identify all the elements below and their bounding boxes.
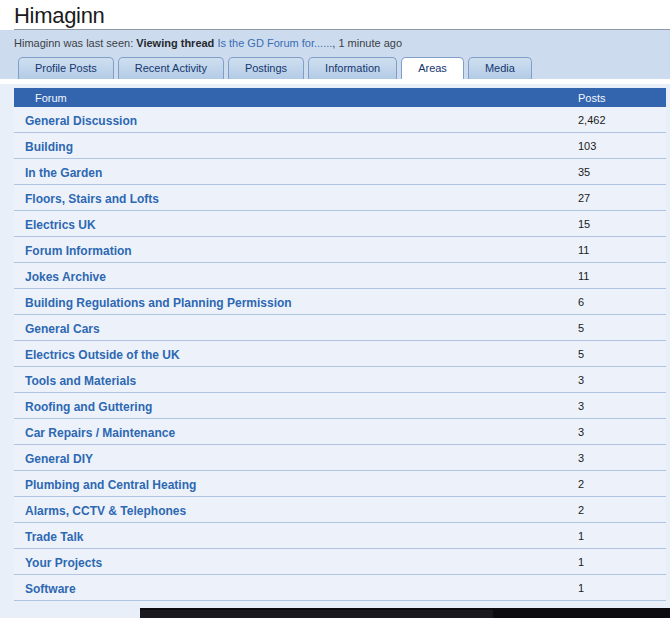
post-count: 35 [578,166,666,178]
last-seen-label: Himaginn was last seen: [14,37,133,49]
forum-link[interactable]: Jokes Archive [25,270,106,284]
post-count: 3 [578,374,666,386]
post-count: 15 [578,218,666,230]
post-count: 2 [578,478,666,490]
column-header-posts: Posts [578,92,666,104]
table-row: General Discussion 2,462 [14,107,666,133]
areas-tab-content: Forum Posts General Discussion 2,462 Bui… [0,84,670,601]
table-row: General Cars 5 [14,315,666,341]
forum-link[interactable]: Your Projects [25,556,102,570]
tab-label: Areas [418,62,447,74]
last-seen-time: , 1 minute ago [332,37,402,49]
table-row: Software 1 [14,575,666,601]
forum-link[interactable]: Floors, Stairs and Lofts [25,192,159,206]
table-row: Alarms, CCTV & Telephones 2 [14,497,666,523]
post-count: 5 [578,322,666,334]
forum-link[interactable]: Software [25,582,76,596]
table-row: Jokes Archive 11 [14,263,666,289]
tab-areas[interactable]: Areas [401,57,464,79]
forum-link[interactable]: Electrics UK [25,218,96,232]
table-row: General DIY 3 [14,445,666,471]
post-count: 2,462 [578,114,666,126]
forum-link[interactable]: Alarms, CCTV & Telephones [25,504,186,518]
table-row: Building Regulations and Planning Permis… [14,289,666,315]
forum-link[interactable]: Tools and Materials [25,374,136,388]
tab-profile-posts[interactable]: Profile Posts [18,57,114,79]
post-count: 27 [578,192,666,204]
table-row: In the Garden 35 [14,159,666,185]
profile-header: Himaginn [0,0,670,30]
post-count: 11 [578,270,666,282]
forum-link[interactable]: Car Repairs / Maintenance [25,426,175,440]
forum-link[interactable]: Building Regulations and Planning Permis… [25,296,292,310]
forum-link[interactable]: Roofing and Guttering [25,400,152,414]
forum-link[interactable]: In the Garden [25,166,102,180]
table-body: General Discussion 2,462 Building 103 In… [14,107,666,601]
header-divider [14,29,670,30]
tab-label: Recent Activity [135,62,207,74]
last-seen-bar: Himaginn was last seen: Viewing thread I… [0,30,670,56]
post-count: 11 [578,244,666,256]
tab-postings[interactable]: Postings [228,57,304,79]
table-row: Electrics UK 15 [14,211,666,237]
tab-information[interactable]: Information [308,57,397,79]
cropped-black-bar-segment [493,610,670,618]
table-row: Car Repairs / Maintenance 3 [14,419,666,445]
cropped-black-bar [140,608,670,618]
forum-link[interactable]: General Discussion [25,114,137,128]
forum-link[interactable]: Plumbing and Central Heating [25,478,196,492]
forum-link[interactable]: Trade Talk [25,530,83,544]
forum-link[interactable]: General DIY [25,452,93,466]
table-row: Trade Talk 1 [14,523,666,549]
post-count: 3 [578,426,666,438]
table-row: Floors, Stairs and Lofts 27 [14,185,666,211]
page-title: Himaginn [14,3,105,29]
table-row: Plumbing and Central Heating 2 [14,471,666,497]
tab-label: Information [325,62,380,74]
post-count: 3 [578,400,666,412]
post-count: 3 [578,452,666,464]
table-row: Roofing and Guttering 3 [14,393,666,419]
table-row: Building 103 [14,133,666,159]
post-count: 5 [578,348,666,360]
thread-link[interactable]: Is the GD Forum for...... [217,37,332,49]
table-row: Electrics Outside of the UK 5 [14,341,666,367]
forum-link[interactable]: Building [25,140,73,154]
table-row: Your Projects 1 [14,549,666,575]
tab-label: Postings [245,62,287,74]
column-header-forum: Forum [14,92,578,104]
last-seen-action: Viewing thread [136,37,214,49]
post-count: 2 [578,504,666,516]
post-count: 1 [578,556,666,568]
forum-link[interactable]: General Cars [25,322,100,336]
table-header-row: Forum Posts [14,88,666,107]
post-count: 1 [578,530,666,542]
tab-label: Profile Posts [35,62,97,74]
forum-link[interactable]: Forum Information [25,244,132,258]
table-row: Tools and Materials 3 [14,367,666,393]
profile-tab-bar: Profile Posts Recent Activity Postings I… [0,56,670,79]
forum-link[interactable]: Electrics Outside of the UK [25,348,180,362]
table-row: Forum Information 11 [14,237,666,263]
post-count: 6 [578,296,666,308]
forum-posts-table: Forum Posts General Discussion 2,462 Bui… [14,88,666,601]
tab-recent-activity[interactable]: Recent Activity [118,57,224,79]
tab-label: Media [485,62,515,74]
post-count: 103 [578,140,666,152]
tab-media[interactable]: Media [468,57,532,79]
post-count: 1 [578,582,666,594]
